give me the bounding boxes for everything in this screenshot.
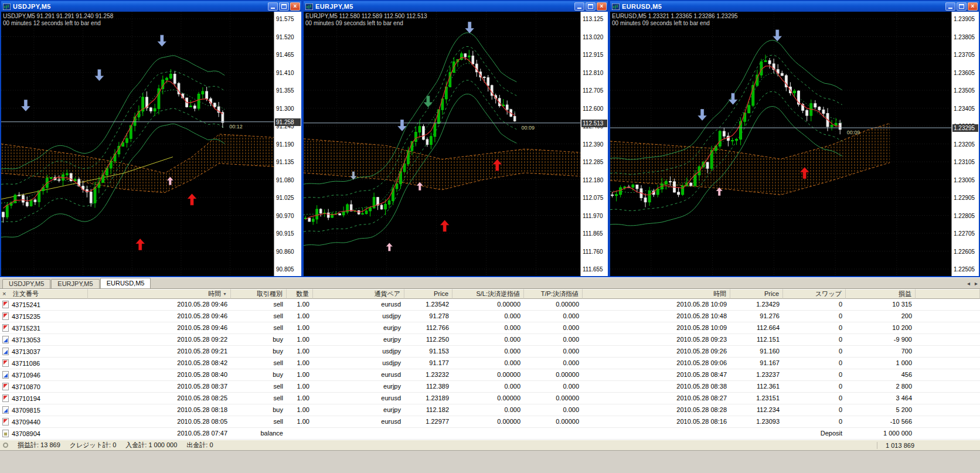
order-row[interactable]: 437109462010.05.28 08:40buy1.00eurusd1.2… <box>0 369 980 381</box>
signal-up-arrow-icon <box>135 239 145 250</box>
window-titlebar[interactable]: EURUSD,M5 × <box>610 1 979 12</box>
column-header-2[interactable]: 取引種別 <box>231 289 287 299</box>
chart-plot[interactable]: EURJPY,M5 112.580 112.589 112.500 112.51… <box>304 12 580 276</box>
order-field: eurjpy <box>313 322 404 334</box>
price-tick: 91.520 <box>276 34 294 40</box>
order-field <box>524 428 583 439</box>
close-button[interactable]: × <box>290 2 300 11</box>
tab-scroll-right-icon[interactable]: ▸ <box>972 280 980 287</box>
price-tick: 111.655 <box>583 266 603 273</box>
price-tick: 1.23105 <box>954 159 975 165</box>
order-field: 112.766 <box>404 322 452 334</box>
connection-status-icon <box>3 443 8 448</box>
order-field: 1.22977 <box>404 416 452 427</box>
minimize-button[interactable] <box>574 2 584 11</box>
close-button[interactable]: × <box>597 2 607 11</box>
row-filler <box>916 322 980 334</box>
order-row[interactable]: 437130372010.05.28 09:21buy1.00usdjpy91.… <box>0 346 980 358</box>
maximize-button[interactable] <box>586 2 596 11</box>
order-row[interactable]: 437098152010.05.28 08:18buy1.00eurjpy112… <box>0 404 980 416</box>
column-header-8[interactable]: 時間 <box>583 289 730 299</box>
terminal-history-panel: × 注文番号時間▼取引種別数量通貨ペアPriceS/L:決済逆指値T/P:決済指… <box>0 288 980 440</box>
order-field: 0 <box>783 416 846 427</box>
order-field: 5 200 <box>846 404 916 416</box>
chart-plot[interactable]: EURUSD,M5 1.23321 1.23365 1.23286 1.2329… <box>610 12 951 276</box>
terminal-close-icon[interactable]: × <box>2 290 6 297</box>
order-field: 0.000 <box>524 322 583 334</box>
order-field: 2010.05.28 08:18 <box>88 404 231 416</box>
price-tick: 112.810 <box>583 70 603 76</box>
order-number: 43710946 <box>12 370 40 380</box>
order-field: 0.000 <box>452 358 524 369</box>
tab-eurusd-m5[interactable]: EURUSD,M5 <box>100 278 151 288</box>
order-field: 1.23237 <box>730 369 783 380</box>
order-row[interactable]: 437152312010.05.28 09:46sell1.00eurjpy11… <box>0 322 980 334</box>
tab-scroll-left-icon[interactable]: ◂ <box>965 280 972 287</box>
minimize-button[interactable] <box>945 2 955 11</box>
price-tick: 90.915 <box>276 230 294 237</box>
order-field: 200 <box>846 311 916 322</box>
maximize-button[interactable] <box>279 2 289 11</box>
order-field: eurusd <box>313 416 404 427</box>
row-filler <box>916 428 980 439</box>
tab-usdjpy-m5[interactable]: USDJPY,M5 <box>2 279 50 288</box>
column-header-3[interactable]: 数量 <box>287 289 313 299</box>
column-header-6[interactable]: S/L:決済逆指値 <box>452 289 524 299</box>
column-header-0[interactable]: 注文番号 <box>0 289 88 299</box>
order-row[interactable]: 437152352010.05.28 09:46sell1.00usdjpy91… <box>0 311 980 322</box>
order-row[interactable]: 437089042010.05.28 07:47balanceDeposit1 … <box>0 428 980 440</box>
column-header-5[interactable]: Price <box>404 289 452 299</box>
column-header-10[interactable]: スワップ <box>783 289 846 299</box>
order-row[interactable]: 437110862010.05.28 08:42sell1.00usdjpy91… <box>0 358 980 369</box>
order-field: -9 900 <box>846 334 916 345</box>
order-field: 2010.05.28 08:47 <box>583 369 730 380</box>
chart-plot[interactable]: USDJPY,M5 91.291 91.291 91.240 91.258 00… <box>1 12 274 276</box>
price-scale: 91.57591.52091.46591.41091.35591.30091.2… <box>274 12 301 276</box>
signal-up-arrow-icon <box>188 193 197 205</box>
window-titlebar[interactable]: USDJPY,M5 × <box>1 1 301 12</box>
order-field: 112.234 <box>730 404 783 416</box>
price-tick: 1.23605 <box>954 70 975 76</box>
order-cell: 43711086 <box>0 358 88 369</box>
price-tick: 111.865 <box>583 230 603 237</box>
column-header-label: T/P:決済指値 <box>541 290 579 297</box>
price-tick: 1.23805 <box>954 34 975 40</box>
price-tick: 112.705 <box>583 87 603 94</box>
order-row[interactable]: 437101942010.05.28 08:25sell1.00eurusd1.… <box>0 393 980 404</box>
order-cell: 43715231 <box>0 322 88 334</box>
minimize-button[interactable] <box>268 2 278 11</box>
column-header-7[interactable]: T/P:決済指値 <box>524 289 583 299</box>
column-header-11[interactable]: 損益 <box>846 289 916 299</box>
row-filler <box>916 416 980 427</box>
order-row[interactable]: 437108702010.05.28 08:37sell1.00eurjpy11… <box>0 381 980 393</box>
column-header-4[interactable]: 通貨ペア <box>313 289 404 299</box>
signal-down-arrow-icon <box>465 22 474 33</box>
column-header-1[interactable]: 時間▼ <box>88 289 231 299</box>
window-buttons: × <box>945 2 978 11</box>
column-header-9[interactable]: Price <box>730 289 783 299</box>
order-field: 1.00 <box>287 322 313 334</box>
maximize-button[interactable] <box>957 2 967 11</box>
close-button[interactable]: × <box>968 2 978 11</box>
order-row[interactable]: 437094402010.05.28 08:05sell1.00eurusd1.… <box>0 416 980 428</box>
order-type-sell-icon <box>2 418 9 426</box>
column-header-label: 数量 <box>296 290 309 297</box>
order-field: 0 <box>783 369 846 380</box>
price-tick: 90.860 <box>276 249 294 255</box>
order-field: 0.00000 <box>524 369 583 380</box>
order-row[interactable]: 437130532010.05.28 09:22buy1.00eurjpy112… <box>0 334 980 346</box>
order-type-sell-icon <box>2 394 9 402</box>
column-header-label: 注文番号 <box>13 290 39 297</box>
order-number: 43710870 <box>12 382 40 392</box>
order-row[interactable]: 437152412010.05.28 09:46sell1.00eurusd1.… <box>0 299 980 311</box>
order-field: 112.151 <box>730 334 783 345</box>
column-header-label: 時間 <box>713 290 726 297</box>
column-header-label: S/L:決済逆指値 <box>476 290 520 297</box>
tab-eurjpy-m5[interactable]: EURJPY,M5 <box>51 279 99 288</box>
order-field: 1.23189 <box>404 393 452 404</box>
window-titlebar[interactable]: EURJPY,M5 × <box>304 1 608 12</box>
row-filler <box>916 299 980 310</box>
price-tick: 113.020 <box>583 34 603 40</box>
order-field: 1.00 <box>287 346 313 357</box>
price-tick: 112.390 <box>583 141 603 148</box>
